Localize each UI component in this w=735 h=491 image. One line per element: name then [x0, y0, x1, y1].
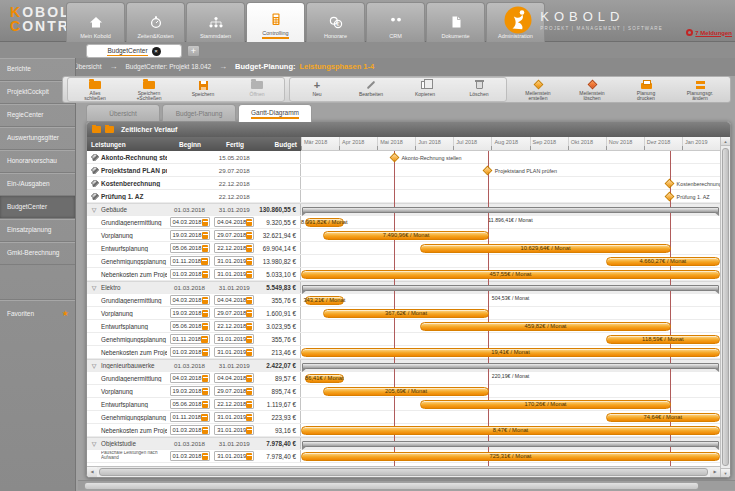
calendar-icon[interactable] — [246, 232, 252, 239]
sidebar-item-einsatzplanung[interactable]: Einsatzplanung — [0, 219, 75, 242]
table-row[interactable]: ▽Objektstudie01.03.201831.01.20197.978,4… — [87, 437, 720, 450]
gantt-task-bar[interactable]: 19,41€ / Monat — [301, 348, 720, 357]
meilenstein-löschen-button[interactable]: Meilenstein löschen — [565, 78, 619, 102]
calendar-icon[interactable] — [202, 232, 208, 239]
close-tab-icon[interactable]: × — [152, 47, 161, 56]
table-row[interactable]: Prüfung 1. AZ22.12.2018Prüfung 1. AZ — [87, 190, 720, 203]
beginn-date-input[interactable]: 05.06.2018 — [170, 399, 210, 409]
table-row[interactable]: Projektstand PLAN prüfen29.07.2018Projek… — [87, 164, 720, 177]
table-row[interactable]: Pauschale Leistungen nach Aufwand01.03.2… — [87, 450, 720, 463]
calendar-icon[interactable] — [246, 414, 252, 421]
gantt-task-bar[interactable]: 367,62€ / Monat — [323, 309, 489, 318]
table-row[interactable]: Nebenkosten zum Projekt01.03.201831.01.2… — [87, 268, 720, 281]
gantt-task-bar[interactable]: 459,82€ / Monat — [420, 322, 671, 331]
gantt-summary-bar[interactable]: 725,31€ / Monat — [302, 441, 719, 447]
table-row[interactable]: ▽Gebäude01.03.201831.01.2019130.860,55 €… — [87, 203, 720, 216]
calendar-icon[interactable] — [202, 271, 208, 278]
vertical-scroll-thumb[interactable] — [722, 148, 729, 466]
calendar-icon[interactable] — [246, 271, 252, 278]
table-row[interactable]: Grundlagenermittlung04.03.201804.04.2018… — [87, 294, 720, 307]
calendar-icon[interactable] — [246, 245, 252, 252]
calendar-icon[interactable] — [202, 245, 208, 252]
table-row[interactable]: Vorplanung19.03.201829.07.201832.621,94 … — [87, 229, 720, 242]
nav-mein-kobold[interactable]: Mein Kobold — [66, 2, 125, 42]
sidebar-item-gmkl-berechnung[interactable]: Gmkl-Berechnung — [0, 242, 75, 265]
vertical-scrollbar[interactable]: ▲ ▼ — [720, 137, 730, 477]
calendar-icon[interactable] — [246, 375, 252, 382]
beginn-date-input[interactable]: 05.06.2018 — [170, 243, 210, 253]
table-row[interactable]: Genehmigungsplanung01.11.201831.01.20193… — [87, 333, 720, 346]
sidebar-favorites[interactable]: Favoriten ★ — [0, 299, 75, 321]
sidebar-item-honorarvorschau[interactable]: Honorarvorschau — [0, 150, 75, 173]
beginn-date-input[interactable]: 01.11.2018 — [170, 256, 210, 266]
table-row[interactable]: Entwurfsplanung05.06.201822.12.201869.90… — [87, 242, 720, 255]
fertig-date-input[interactable]: 29.07.2018 — [214, 386, 254, 396]
löschen-button[interactable]: Löschen — [452, 78, 506, 102]
window-tab-budgetcenter[interactable]: BudgetCenter × — [86, 44, 182, 58]
gantt-task-bar[interactable]: 725,31€ / Monat — [301, 452, 720, 461]
fertig-date-input[interactable]: 29.07.2018 — [214, 230, 254, 240]
nav-controlling[interactable]: Controlling — [246, 2, 305, 42]
fertig-date-input[interactable]: 31.01.2019 — [214, 412, 254, 422]
table-row[interactable]: Genehmigungsplanung01.11.201831.01.20191… — [87, 255, 720, 268]
calendar-icon[interactable] — [201, 258, 207, 265]
calendar-icon[interactable] — [246, 453, 252, 460]
calendar-icon[interactable] — [201, 414, 207, 421]
beginn-date-input[interactable]: 01.03.2018 — [170, 425, 210, 435]
meldungen-link[interactable]: 7 Meldungen — [695, 30, 732, 36]
calendar-icon[interactable] — [246, 297, 252, 304]
sidebar-item-auswertungsgitter[interactable]: Auswertungsgitter — [0, 127, 75, 150]
table-row[interactable]: Nebenkosten zum Projekt01.03.201831.01.2… — [87, 424, 720, 437]
nav-dokumente[interactable]: Dokumente — [426, 2, 485, 42]
beginn-date-input[interactable]: 01.03.2018 — [170, 347, 210, 357]
horizontal-scroll-thumb[interactable] — [99, 468, 708, 476]
planungsgr-ändern-button[interactable]: Planungsgr. ändern — [673, 78, 727, 102]
table-row[interactable]: Grundlagenermittlung04.03.201804.04.2018… — [87, 372, 720, 385]
calendar-icon[interactable] — [246, 219, 252, 226]
fertig-date-input[interactable]: 31.01.2019 — [214, 425, 254, 435]
scroll-down-icon[interactable]: ▼ — [721, 468, 730, 477]
gantt-task-bar[interactable]: 457,55€ / Monat — [301, 270, 720, 279]
fertig-date-input[interactable]: 31.01.2019 — [214, 256, 254, 266]
table-row[interactable]: Vorplanung19.03.201829.07.2018895,74 €20… — [87, 385, 720, 398]
nav-honorare[interactable]: €Honorare — [306, 2, 365, 42]
fertig-date-input[interactable]: 04.04.2018 — [214, 295, 254, 305]
table-row[interactable]: Nebenkosten zum Projekt01.03.201831.01.2… — [87, 346, 720, 359]
table-row[interactable]: Grundlagenermittlung04.03.201804.04.2018… — [87, 216, 720, 229]
gantt-task-bar[interactable]: 8,47€ / Monat — [301, 426, 720, 435]
beginn-date-input[interactable]: 04.03.2018 — [170, 373, 210, 383]
table-row[interactable]: ▽Elektro01.03.201831.01.20195.549,83 €50… — [87, 281, 720, 294]
calendar-icon[interactable] — [202, 375, 208, 382]
gantt-task-bar[interactable]: 205,69€ / Monat — [323, 387, 489, 396]
nav-crm[interactable]: CRM — [366, 2, 425, 42]
calendar-icon[interactable] — [202, 427, 208, 434]
gantt-milestone-icon[interactable] — [665, 178, 675, 188]
fertig-date-input[interactable]: 31.01.2019 — [214, 269, 254, 279]
calendar-icon[interactable] — [202, 297, 208, 304]
expand-filter-icon[interactable]: ▽ — [90, 284, 98, 291]
beginn-date-input[interactable]: 01.11.2018 — [170, 412, 210, 422]
calendar-icon[interactable] — [202, 401, 208, 408]
beginn-date-input[interactable]: 04.03.2018 — [170, 217, 210, 227]
calendar-icon[interactable] — [246, 310, 252, 317]
scroll-up-icon[interactable]: ▲ — [721, 137, 730, 146]
calendar-icon[interactable] — [246, 388, 252, 395]
fertig-date-input[interactable]: 04.04.2018 — [214, 217, 254, 227]
calendar-icon[interactable] — [246, 258, 252, 265]
nav-zeiten-kosten[interactable]: Zeiten&Kosten — [126, 2, 185, 42]
gantt-summary-bar[interactable]: 220,19€ / Monat — [302, 363, 719, 369]
scroll-left-icon[interactable]: ◀ — [87, 467, 97, 477]
new-tab-button[interactable]: + — [187, 45, 200, 57]
window-scroll-thumb[interactable] — [84, 482, 699, 490]
calendar-icon[interactable] — [202, 323, 208, 330]
alles-schließen-button[interactable]: Alles schließen — [68, 78, 122, 102]
window-horizontal-scrollbar[interactable] — [78, 480, 735, 490]
expand-filter-icon[interactable]: ▽ — [90, 440, 98, 447]
calendar-icon[interactable] — [246, 323, 252, 330]
table-row[interactable]: Kostenberechnung22.12.2018Kostenberechnu… — [87, 177, 720, 190]
beginn-date-input[interactable]: 19.03.2018 — [170, 308, 210, 318]
gantt-task-bar[interactable]: 7.490,96€ / Monat — [323, 231, 489, 240]
beginn-date-input[interactable]: 05.06.2018 — [170, 321, 210, 331]
calendar-icon[interactable] — [202, 219, 208, 226]
calendar-icon[interactable] — [246, 427, 252, 434]
